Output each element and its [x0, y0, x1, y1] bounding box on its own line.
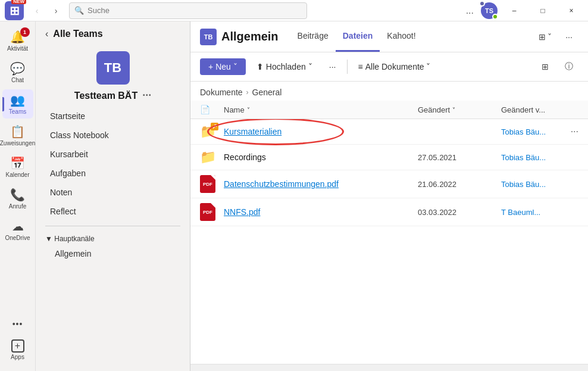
row-more-button[interactable]: ··· — [571, 126, 578, 137]
content-header: TB Allgemein Beiträge Dateien Kahoot! ⊞ … — [190, 21, 588, 52]
file-name-link[interactable]: NNFS.pdf — [224, 207, 260, 217]
modified-sort-arrow: ˅ — [452, 107, 455, 113]
file-type-icon: PDF — [200, 175, 224, 193]
team-navigation: Startseite Class Notebook Kursarbeit Auf… — [36, 104, 190, 264]
upload-label: Hochladen ˅ — [266, 62, 312, 71]
search-icon: 🔍 — [74, 6, 84, 15]
back-to-teams-button[interactable]: ‹ — [45, 29, 48, 39]
forward-button[interactable]: › — [48, 2, 64, 19]
table-row[interactable]: PDF Datenschutzbestimmungen.pdf 21.06.20… — [190, 170, 588, 198]
file-name-cell: Recordings — [224, 152, 418, 162]
sidebar-item-kalender[interactable]: 📅 Kalender — [2, 152, 33, 182]
all-teams-title: Alle Teams — [53, 29, 102, 39]
filter-button[interactable]: ⊞ — [536, 57, 555, 76]
content-tabs: Beiträge Dateien Kahoot! — [290, 21, 423, 52]
sidebar-item-anrufe[interactable]: 📞 Anrufe — [2, 184, 33, 213]
sidebar-item-teams[interactable]: 👥 Teams — [2, 89, 33, 119]
table-row[interactable]: 📁 Recordings 27.05.2021 Tobias Bäu... — [190, 145, 588, 170]
file-modified-by: Tobias Bäu... — [501, 127, 578, 136]
avatar[interactable]: TS — [481, 2, 498, 19]
active-indicator — [2, 97, 4, 111]
team-panel: ‹ Alle Teams TB Testteam BÄT ··· Startse… — [36, 21, 190, 371]
upload-button[interactable]: ⬆ Hochladen ˅ — [251, 58, 318, 75]
notification-badge: 1 — [20, 27, 30, 37]
sidebar-item-more[interactable]: ••• — [2, 316, 33, 333]
team-nav-noten[interactable]: Noten — [36, 183, 190, 202]
table-row[interactable]: PDF NNFS.pdf 03.03.2022 T Baeuml... — [190, 198, 588, 226]
col-modified-header[interactable]: Geändert ˅ — [418, 105, 501, 114]
content-area: TB Allgemein Beiträge Dateien Kahoot! ⊞ … — [190, 21, 588, 371]
toolbar-more-button[interactable]: ··· — [323, 57, 342, 76]
search-input[interactable] — [87, 6, 302, 15]
file-type-icon: 📁 — [200, 149, 224, 165]
breadcrumb-separator: › — [246, 88, 249, 96]
team-nav-classnotebook[interactable]: Class Notebook — [36, 126, 190, 145]
tab-dateien[interactable]: Dateien — [336, 21, 380, 52]
new-button[interactable]: + Neu ˅ — [200, 58, 246, 75]
channel-title: Allgemein — [221, 30, 279, 43]
toolbar-divider — [347, 60, 348, 74]
sidebar-item-apps[interactable]: + Apps — [2, 336, 33, 364]
file-list-header: 📄 Name ˅ Geändert ˅ Geändert v... — [190, 101, 588, 119]
sidebar-item-aktivitaet[interactable]: 🔔 Aktivität 1 — [2, 26, 33, 55]
new-icon: + — [208, 62, 213, 71]
all-docs-button[interactable]: ≡ Alle Dokumente ˅ — [352, 58, 437, 75]
breadcrumb-root[interactable]: Dokumente — [200, 88, 243, 97]
file-modified: 27.05.2021 — [418, 153, 501, 162]
team-nav-startseite[interactable]: Startseite — [36, 107, 190, 126]
team-panel-header: ‹ Alle Teams — [36, 21, 190, 46]
file-modified-by: Tobias Bäu... — [501, 153, 578, 162]
sidebar-item-chat[interactable]: 💬 Chat — [2, 58, 33, 87]
avatar-initials: TS — [485, 7, 493, 14]
maximize-button[interactable]: □ — [531, 2, 555, 19]
titlebar: ⊞ NEW ‹ › 🔍 ... TS – □ × — [0, 0, 588, 21]
sidebar-label-anrufe: Anrufe — [9, 203, 26, 210]
main-channels-header[interactable]: ▼ Hauptkanäle — [36, 231, 190, 245]
file-type-icon: PDF — [200, 203, 224, 221]
file-name-link[interactable]: Datenschutzbestimmungen.pdf — [224, 179, 339, 189]
titlebar-more-button[interactable]: ... — [464, 3, 476, 18]
view-toggle-button[interactable]: ⊞ ˅ — [536, 27, 555, 46]
tab-beitraege[interactable]: Beiträge — [290, 21, 336, 52]
channel-avatar: TB — [200, 29, 217, 45]
breadcrumb-current: General — [252, 88, 282, 97]
tab-kahoot[interactable]: Kahoot! — [380, 21, 423, 52]
back-button[interactable]: ‹ — [29, 2, 45, 19]
minimize-button[interactable]: – — [502, 2, 526, 19]
assignments-icon: 📋 — [10, 124, 25, 139]
team-avatar: TB — [96, 51, 130, 85]
file-name-text[interactable]: Recordings — [224, 152, 266, 162]
all-docs-label: Alle Dokumente ˅ — [365, 62, 431, 71]
channel-allgemein[interactable]: Allgemein — [36, 245, 190, 262]
file-name-link[interactable]: Kursmaterialien — [224, 127, 282, 136]
sidebar-item-onedrive[interactable]: ☁ OneDrive — [2, 216, 33, 245]
info-button[interactable]: ⓘ — [559, 57, 578, 76]
file-type-icon: 📄 — [200, 105, 210, 114]
sidebar-item-zuweisungen[interactable]: 📋 Zuweisungen — [2, 121, 33, 150]
col-modified-by-header: Geändert v... — [501, 105, 578, 114]
new-badge: NEW — [11, 0, 26, 4]
team-nav-aufgaben[interactable]: Aufgaben — [36, 164, 190, 183]
table-row[interactable]: 📁 ↗ Kursmaterialien Tobias Bäu... ··· — [190, 119, 588, 145]
all-docs-icon: ≡ — [358, 62, 363, 71]
team-nav-kursarbeit[interactable]: Kursarbeit — [36, 145, 190, 164]
breadcrumb: Dokumente › General — [190, 82, 588, 101]
titlebar-right: ... TS – □ × — [464, 2, 583, 19]
team-name: Testteam BÄT ··· — [36, 89, 190, 102]
team-nav-reflect[interactable]: Reflect — [36, 202, 190, 221]
new-label: Neu ˅ — [215, 62, 237, 71]
sidebar-bottom: ••• + Apps — [2, 316, 33, 364]
horizontal-scrollbar[interactable] — [190, 364, 588, 371]
team-options-button[interactable]: ··· — [142, 89, 151, 102]
file-type-icon: 📁 ↗ — [200, 124, 224, 139]
close-button[interactable]: × — [559, 2, 583, 19]
col-name-header[interactable]: Name ˅ — [224, 105, 418, 114]
apps-icon: + — [11, 339, 24, 353]
calendar-icon: 📅 — [10, 156, 25, 170]
online-status — [492, 14, 498, 20]
header-more-button[interactable]: ··· — [559, 27, 578, 46]
search-bar[interactable]: 🔍 — [69, 2, 307, 19]
file-toolbar: + Neu ˅ ⬆ Hochladen ˅ ··· ≡ Alle Dokumen… — [190, 52, 588, 82]
content-header-right: ⊞ ˅ ··· — [536, 27, 578, 46]
sidebar-label-kalender: Kalender — [5, 172, 29, 178]
